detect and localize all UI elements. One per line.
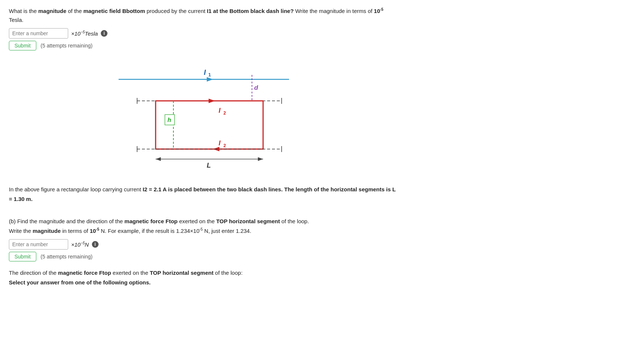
svg-text:d: d [254,84,258,91]
unit-label-1: ×10−5Tesla [71,30,98,37]
bold-select: Select your answer from one of the follo… [9,279,151,286]
info-icon-1[interactable]: i [101,30,107,37]
svg-text:L: L [207,162,211,169]
svg-text:I: I [219,107,221,114]
question-b-text: (b) Find the magnitude and the direction… [9,217,399,235]
attempts-text-2: (5 attempts remaining) [41,254,93,260]
input-row-2: ×10−5N i [9,239,399,250]
svg-marker-23 [156,157,161,161]
question-top-text: What is the magnitude of the magnetic fi… [9,7,399,24]
input-row-1: ×10−5Tesla i [9,28,399,39]
submit-button-1[interactable]: Submit [9,41,36,50]
bold-i2-desc: I2 = 2.1 A is placed between the two bla… [9,186,396,202]
bold-power: 10-5 [374,8,384,14]
attempts-text-1: (5 attempts remaining) [41,43,93,49]
svg-text:h: h [167,117,171,123]
bold-power-b: 10-5 [90,228,99,234]
bold-top-seg: TOP horizontal segment [216,218,280,224]
bold-i1: I1 at the Bottom black dash line? [207,8,293,14]
diagram-area: I 1 d h I 2 I 2 [9,57,399,176]
submit-row-1: Submit (5 attempts remaining) [9,41,399,50]
bold-ftop-dir: magnetic force Ftop [58,270,111,276]
svg-text:1: 1 [208,72,211,77]
figure-description-text: In the above figure a rectangular loop c… [9,185,399,204]
svg-text:2: 2 [223,111,226,116]
direction-text: The direction of the magnetic force Ftop… [9,268,399,287]
number-input-1[interactable] [9,28,68,39]
bold-bbottom: magnetic field Bbottom [83,8,145,14]
info-icon-2[interactable]: i [92,241,99,248]
submit-row-2: Submit (5 attempts remaining) [9,252,399,261]
bold-magnitude: magnitude [38,8,66,14]
svg-text:I: I [219,139,221,147]
svg-marker-1 [207,77,213,82]
svg-text:2: 2 [223,143,226,148]
number-input-2[interactable] [9,239,68,250]
svg-text:I: I [204,68,206,76]
submit-button-2[interactable]: Submit [9,252,36,261]
bold-top-seg-dir: TOP horizontal segment [150,270,213,276]
physics-diagram: I 1 d h I 2 I 2 [107,57,300,176]
bold-ftop: magnetic force Ftop [125,218,177,224]
svg-marker-24 [258,157,263,161]
bold-magnitude-b: magnitude [33,228,61,234]
unit-label-2: ×10−5N [71,241,89,248]
svg-marker-13 [209,99,215,103]
